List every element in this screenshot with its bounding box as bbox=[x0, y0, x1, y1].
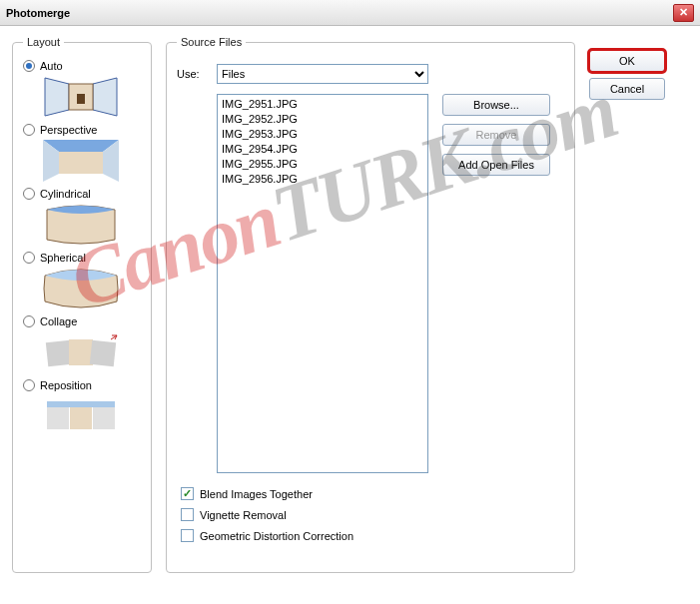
checkbox-icon bbox=[181, 529, 194, 542]
layout-label: Collage bbox=[40, 315, 77, 327]
layout-radio-cylindrical[interactable]: Cylindrical bbox=[23, 188, 141, 200]
remove-button[interactable]: Remove bbox=[442, 124, 550, 146]
layout-radio-auto[interactable]: Auto bbox=[23, 60, 141, 72]
layout-radio-perspective[interactable]: Perspective bbox=[23, 124, 141, 136]
layout-radio-reposition[interactable]: Reposition bbox=[23, 379, 141, 391]
browse-button[interactable]: Browse... bbox=[442, 94, 550, 116]
check-blend[interactable]: ✓ Blend Images Together bbox=[181, 487, 564, 500]
radio-icon bbox=[23, 124, 35, 136]
layout-label: Reposition bbox=[40, 379, 92, 391]
list-item[interactable]: IMG_2956.JPG bbox=[222, 172, 423, 187]
list-item[interactable]: IMG_2954.JPG bbox=[222, 142, 423, 157]
thumb-cylindrical bbox=[43, 204, 119, 246]
file-list[interactable]: IMG_2951.JPG IMG_2952.JPG IMG_2953.JPG I… bbox=[217, 94, 428, 473]
thumb-spherical bbox=[43, 268, 119, 309]
source-files-group: Source Files Use: Files IMG_2951.JPG IMG… bbox=[166, 36, 575, 573]
svg-rect-15 bbox=[90, 340, 116, 366]
svg-rect-9 bbox=[59, 152, 103, 174]
svg-rect-20 bbox=[47, 401, 115, 407]
list-item[interactable]: IMG_2951.JPG bbox=[222, 97, 423, 112]
window-title: Photomerge bbox=[6, 7, 70, 19]
thumb-auto bbox=[43, 76, 119, 118]
svg-marker-1 bbox=[45, 78, 69, 116]
svg-rect-13 bbox=[46, 340, 72, 366]
source-legend: Source Files bbox=[177, 36, 246, 48]
close-icon[interactable]: ✕ bbox=[673, 4, 694, 22]
svg-marker-2 bbox=[93, 78, 117, 116]
layout-label: Perspective bbox=[40, 124, 97, 136]
check-label: Blend Images Together bbox=[200, 488, 313, 500]
layout-legend: Layout bbox=[23, 36, 64, 48]
check-label: Vignette Removal bbox=[200, 509, 287, 521]
radio-icon bbox=[23, 188, 35, 200]
layout-label: Cylindrical bbox=[40, 188, 91, 200]
radio-icon bbox=[23, 60, 35, 72]
thumb-perspective bbox=[43, 140, 119, 182]
thumb-reposition bbox=[43, 395, 119, 437]
list-item[interactable]: IMG_2952.JPG bbox=[222, 112, 423, 127]
radio-icon bbox=[23, 252, 35, 264]
checkbox-icon: ✓ bbox=[181, 487, 194, 500]
layout-radio-collage[interactable]: Collage bbox=[23, 315, 141, 327]
use-label: Use: bbox=[177, 68, 209, 80]
radio-icon bbox=[23, 315, 35, 327]
ok-button[interactable]: OK bbox=[589, 50, 665, 72]
check-vignette[interactable]: Vignette Removal bbox=[181, 508, 564, 521]
layout-label: Spherical bbox=[40, 252, 86, 264]
use-select[interactable]: Files bbox=[217, 64, 428, 84]
radio-icon bbox=[23, 379, 35, 391]
svg-rect-17 bbox=[47, 405, 69, 429]
checkbox-icon bbox=[181, 508, 194, 521]
svg-rect-19 bbox=[93, 405, 115, 429]
layout-group: Layout Auto Perspective Cylindrical bbox=[12, 36, 152, 573]
cancel-button[interactable]: Cancel bbox=[589, 78, 665, 100]
list-item[interactable]: IMG_2955.JPG bbox=[222, 157, 423, 172]
add-open-files-button[interactable]: Add Open Files bbox=[442, 154, 550, 176]
layout-label: Auto bbox=[40, 60, 63, 72]
svg-rect-4 bbox=[77, 94, 85, 104]
check-geom[interactable]: Geometric Distortion Correction bbox=[181, 529, 564, 542]
svg-rect-14 bbox=[69, 339, 93, 365]
list-item[interactable]: IMG_2953.JPG bbox=[222, 127, 423, 142]
thumb-collage bbox=[43, 331, 119, 373]
layout-radio-spherical[interactable]: Spherical bbox=[23, 252, 141, 264]
check-label: Geometric Distortion Correction bbox=[200, 530, 353, 542]
